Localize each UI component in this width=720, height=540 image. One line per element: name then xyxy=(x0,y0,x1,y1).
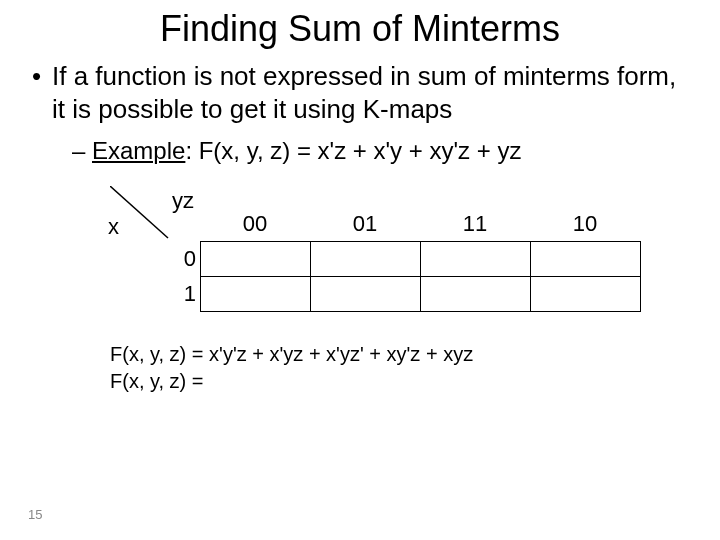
result-line-2: F(x, y, z) = xyxy=(110,368,690,395)
table-row xyxy=(201,277,641,312)
kmap-cell xyxy=(421,277,531,312)
kmap-cell xyxy=(311,242,421,277)
kmap-cell xyxy=(311,277,421,312)
kmap-cell xyxy=(531,277,641,312)
kmap-cell xyxy=(531,242,641,277)
kmap-container: yz x 00 01 11 10 0 1 xyxy=(100,186,660,321)
page-number: 15 xyxy=(28,507,42,522)
result-block: F(x, y, z) = x'y'z + x'yz + x'yz' + xy'z… xyxy=(110,341,690,395)
table-row xyxy=(201,242,641,277)
bullet-main: If a function is not expressed in sum of… xyxy=(30,60,690,125)
example-expression: : F(x, y, z) = x'z + x'y + xy'z + yz xyxy=(185,137,521,164)
kmap-cell xyxy=(421,242,531,277)
kmap-cell xyxy=(201,277,311,312)
kmap-cell xyxy=(201,242,311,277)
kmap-yz-label: yz xyxy=(172,188,194,214)
slide-content: If a function is not expressed in sum of… xyxy=(0,60,720,395)
col-header: 01 xyxy=(310,211,420,237)
kmap-grid xyxy=(200,241,641,312)
row-header: 1 xyxy=(178,276,196,311)
kmap-x-label: x xyxy=(108,214,119,240)
example-label: Example xyxy=(92,137,185,164)
col-header: 00 xyxy=(200,211,310,237)
kmap-diagonal-icon xyxy=(110,186,170,241)
result-line-1: F(x, y, z) = x'y'z + x'yz + x'yz' + xy'z… xyxy=(110,341,690,368)
slide-title: Finding Sum of Minterms xyxy=(0,8,720,50)
kmap-row-headers: 0 1 xyxy=(178,241,196,311)
kmap-col-headers: 00 01 11 10 xyxy=(200,211,640,237)
row-header: 0 xyxy=(178,241,196,276)
col-header: 11 xyxy=(420,211,530,237)
kmap-corner xyxy=(110,186,170,241)
example-line: Example: F(x, y, z) = x'z + x'y + xy'z +… xyxy=(30,135,690,166)
col-header: 10 xyxy=(530,211,640,237)
